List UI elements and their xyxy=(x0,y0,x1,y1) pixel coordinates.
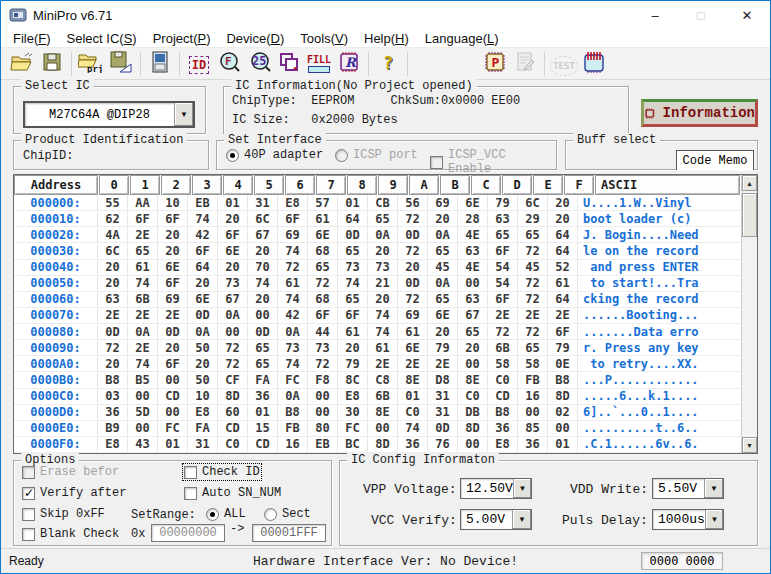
hex-byte-cell[interactable]: 00 xyxy=(518,405,548,420)
hex-byte-cell[interactable]: 6F xyxy=(158,211,188,226)
hex-byte-cell[interactable]: 6F xyxy=(308,308,338,323)
ascii-cell[interactable]: ......Booting... xyxy=(578,308,741,322)
hex-byte-cell[interactable]: 72 xyxy=(218,356,248,371)
menu-help-h[interactable]: Help(H) xyxy=(356,29,417,47)
hex-byte-cell[interactable]: 58 xyxy=(488,356,518,371)
hex-byte-cell[interactable]: 20 xyxy=(338,340,368,355)
ascii-cell[interactable]: le on the record xyxy=(578,244,741,258)
hex-byte-cell[interactable]: 73 xyxy=(338,260,368,275)
ascii-cell[interactable]: boot loader (c) xyxy=(578,212,741,226)
hex-byte-cell[interactable]: 31 xyxy=(428,389,458,404)
puls-delay-select[interactable]: 1000us ▼ xyxy=(652,509,724,530)
hex-byte-cell[interactable]: 0A xyxy=(368,227,398,242)
hex-byte-cell[interactable]: B8 xyxy=(98,372,128,387)
hex-byte-cell[interactable]: 50 xyxy=(188,372,218,387)
hex-byte-cell[interactable]: D8 xyxy=(428,372,458,387)
hex-byte-cell[interactable]: 36 xyxy=(248,389,278,404)
scrollbar-thumb[interactable] xyxy=(742,193,757,237)
hex-byte-cell[interactable]: 6C xyxy=(98,243,128,258)
hex-byte-cell[interactable]: 0A xyxy=(128,324,158,339)
chip-id-button[interactable]: ID xyxy=(184,50,214,78)
radio-40p-adapter[interactable]: 40P adapter xyxy=(226,148,323,162)
hex-byte-cell[interactable]: 65 xyxy=(518,340,548,355)
hex-byte-cell[interactable]: 63 xyxy=(458,243,488,258)
hex-byte-cell[interactable]: 6F xyxy=(338,308,368,323)
hex-byte-cell[interactable]: 72 xyxy=(518,243,548,258)
hex-byte-cell[interactable]: 74 xyxy=(128,276,158,291)
hex-byte-cell[interactable]: FC xyxy=(278,372,308,387)
hex-byte-cell[interactable]: 36 xyxy=(518,437,548,452)
hex-byte-cell[interactable]: 20 xyxy=(188,356,218,371)
hex-byte-cell[interactable]: 52 xyxy=(548,260,578,275)
hex-byte-cell[interactable]: 00 xyxy=(128,389,158,404)
hex-byte-cell[interactable]: B8 xyxy=(548,372,578,387)
hex-byte-cell[interactable]: BC xyxy=(338,437,368,452)
hex-byte-cell[interactable]: 6B xyxy=(128,292,158,307)
hex-byte-cell[interactable]: 01 xyxy=(248,405,278,420)
hex-byte-cell[interactable]: CF xyxy=(218,372,248,387)
vcc-verify-select[interactable]: 5.00V ▼ xyxy=(460,509,532,530)
hex-byte-cell[interactable]: 72 xyxy=(398,292,428,307)
hex-byte-cell[interactable]: 8D xyxy=(458,421,488,436)
hex-byte-cell[interactable]: 29 xyxy=(518,211,548,226)
hex-byte-cell[interactable]: 8E xyxy=(458,372,488,387)
hex-byte-cell[interactable]: 45 xyxy=(428,260,458,275)
tab-code-memo[interactable]: Code Memo xyxy=(676,150,754,170)
range-to-input[interactable]: 00001FFF xyxy=(252,524,326,542)
hex-byte-cell[interactable]: E8 xyxy=(188,405,218,420)
hex-byte-cell[interactable]: 8D xyxy=(218,389,248,404)
hex-byte-cell[interactable]: CB xyxy=(368,195,398,210)
hex-byte-cell[interactable]: 00 xyxy=(458,356,488,371)
hex-byte-cell[interactable]: 69 xyxy=(278,227,308,242)
hex-byte-cell[interactable]: 00 xyxy=(458,276,488,291)
hex-byte-cell[interactable]: 00 xyxy=(158,405,188,420)
hex-byte-cell[interactable]: 10 xyxy=(188,389,218,404)
hex-byte-cell[interactable]: 20 xyxy=(98,260,128,275)
hex-byte-cell[interactable]: 20 xyxy=(458,340,488,355)
hex-byte-cell[interactable]: 85 xyxy=(518,421,548,436)
hex-byte-cell[interactable]: 61 xyxy=(398,324,428,339)
checkbox-auto-sn[interactable]: Auto SN_NUM xyxy=(184,486,281,500)
hex-byte-cell[interactable]: 44 xyxy=(308,324,338,339)
save-project-button[interactable] xyxy=(106,50,136,78)
menu-file-f[interactable]: File(F) xyxy=(5,29,59,47)
hex-byte-cell[interactable]: 63 xyxy=(98,292,128,307)
menu-tools-v[interactable]: Tools(V) xyxy=(292,29,356,47)
hex-byte-cell[interactable]: 72 xyxy=(98,340,128,355)
ascii-cell[interactable]: and press ENTER xyxy=(578,260,741,274)
hex-byte-cell[interactable]: B8 xyxy=(488,405,518,420)
range-from-input[interactable]: 00000000 xyxy=(151,524,225,542)
hex-byte-cell[interactable]: 61 xyxy=(548,276,578,291)
ascii-cell[interactable]: to retry....XX. xyxy=(578,357,741,371)
ascii-cell[interactable]: .....6...k.1.... xyxy=(578,389,741,403)
hex-byte-cell[interactable]: 01 xyxy=(158,437,188,452)
hex-byte-cell[interactable]: 20 xyxy=(398,260,428,275)
hex-byte-cell[interactable]: 6B xyxy=(488,340,518,355)
hex-byte-cell[interactable]: 68 xyxy=(308,292,338,307)
hex-byte-cell[interactable]: 65 xyxy=(248,356,278,371)
hex-byte-cell[interactable]: CD xyxy=(488,389,518,404)
chevron-down-icon[interactable]: ▼ xyxy=(705,510,723,529)
hex-byte-cell[interactable]: 20 xyxy=(218,211,248,226)
hex-byte-cell[interactable]: 74 xyxy=(248,276,278,291)
hex-byte-cell[interactable]: 00 xyxy=(158,372,188,387)
hex-byte-cell[interactable]: 42 xyxy=(278,308,308,323)
hex-byte-cell[interactable]: 54 xyxy=(488,260,518,275)
hex-byte-cell[interactable]: 61 xyxy=(278,276,308,291)
hex-byte-cell[interactable]: 68 xyxy=(308,243,338,258)
hex-byte-cell[interactable]: FB xyxy=(518,372,548,387)
hex-byte-cell[interactable]: 20 xyxy=(548,195,578,210)
hex-byte-cell[interactable]: B9 xyxy=(98,421,128,436)
hex-byte-cell[interactable]: FC xyxy=(338,421,368,436)
menu-device-d[interactable]: Device(D) xyxy=(218,29,292,47)
chevron-down-icon[interactable]: ▼ xyxy=(174,103,193,126)
hex-byte-cell[interactable]: 76 xyxy=(428,437,458,452)
hex-byte-cell[interactable]: 8E xyxy=(368,405,398,420)
hex-byte-cell[interactable]: 31 xyxy=(428,405,458,420)
vertical-scrollbar[interactable]: ▲ ▼ xyxy=(741,175,757,453)
hex-byte-cell[interactable]: 74 xyxy=(278,292,308,307)
hex-byte-cell[interactable]: 64 xyxy=(188,260,218,275)
hex-byte-cell[interactable]: 72 xyxy=(398,243,428,258)
hex-byte-cell[interactable]: 16 xyxy=(278,437,308,452)
hex-byte-cell[interactable]: E8 xyxy=(338,389,368,404)
